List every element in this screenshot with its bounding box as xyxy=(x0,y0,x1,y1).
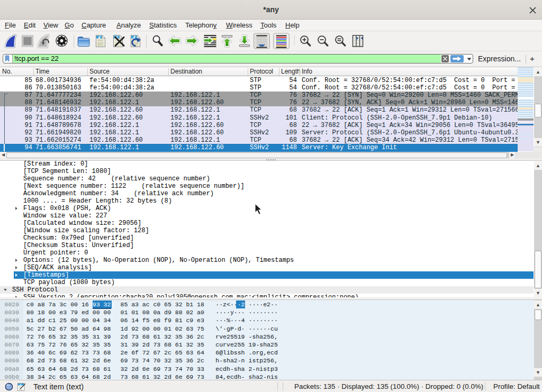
svg-text:0011: 0011 xyxy=(97,44,104,47)
